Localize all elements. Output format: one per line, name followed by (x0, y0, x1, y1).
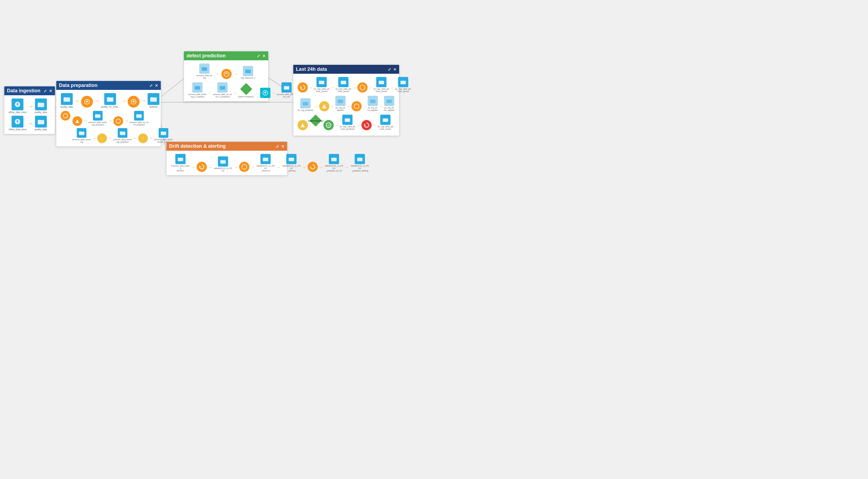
l24-n14[interactable]: str_regr_data_ptsconfr_predicted (340, 115, 355, 130)
svg-point-32 (360, 85, 365, 90)
defect-flow-2: process_data_str/strreg_cl_repared → pro… (188, 82, 264, 98)
prep-flow-2b: process_data_str/strreg → ⚡ → process_da… (72, 128, 156, 143)
close-icon-defect[interactable]: ✕ (262, 54, 266, 58)
def-n2[interactable] (221, 69, 231, 79)
svg-rect-31 (341, 81, 346, 84)
dr-n2[interactable] (196, 162, 207, 172)
def-n4[interactable]: process_data_str/strreg_cl_repared (188, 82, 207, 98)
data-preparation-window: Data preparation ⤢ ✕ quality_data → → (56, 81, 161, 147)
svg-rect-35 (303, 102, 308, 105)
svg-rect-46 (220, 160, 226, 164)
expand-icon[interactable]: ⤢ (43, 89, 47, 93)
def-n3[interactable]: reg_inference_1 (241, 66, 255, 79)
svg-rect-48 (263, 158, 268, 161)
dr-n4[interactable] (239, 162, 249, 172)
p12[interactable]: ⚡ (97, 134, 107, 143)
last-24h-header: Last 24h data ⤢ ✕ (293, 65, 399, 74)
svg-rect-6 (38, 103, 44, 107)
dr-n3[interactable]: NAMEDCOL_in_PROC (213, 156, 233, 172)
window-controls-defect: ⤢ ✕ (257, 54, 266, 58)
arrow-2: → (28, 120, 34, 127)
l24-n9[interactable]: str_reg_strapplied (335, 96, 345, 111)
svg-rect-29 (284, 86, 289, 90)
prep-node-3[interactable]: quality_TA_Pred... (101, 93, 120, 108)
svg-text:⚡: ⚡ (100, 136, 105, 141)
node-ingest-1[interactable]: inflow_data_store (9, 99, 27, 113)
expand-icon-24h[interactable]: ⤢ (388, 67, 391, 72)
p7[interactable] (72, 116, 82, 126)
p11[interactable]: process_data_str/strreg (72, 128, 91, 143)
expand-icon-defect[interactable]: ⤢ (257, 54, 260, 58)
l24-n12[interactable]: str_reg_strTos_applied (384, 96, 395, 111)
def-n1[interactable]: process_data_strreg (197, 64, 213, 79)
drift-detection-body: Process_data_trainedEMTRC → → NAMEDCOL_i… (166, 151, 287, 175)
p8[interactable]: process_data_str/strreg_prepared (89, 111, 107, 126)
dr-n9[interactable]: NAMEDCOL_in_PROC_prepared_alerting (350, 154, 370, 172)
drift-flow-1: Process_data_trainedEMTRC → → NAMEDCOL_i… (171, 154, 283, 172)
l24-n2[interactable]: str_regr_data_ptsTrain_Queue (314, 77, 330, 93)
svg-rect-18 (79, 132, 84, 135)
l24-n6[interactable]: str_regr_data_ptsTrain_Queue (395, 77, 411, 93)
l24-n10[interactable] (351, 101, 362, 111)
dr-n5[interactable]: NAMEDCOL_in_PROC_reference (256, 154, 275, 172)
close-icon-drift[interactable]: ✕ (281, 144, 284, 148)
svg-point-16 (116, 119, 120, 123)
node-ingest-3[interactable]: inflow_data_store (9, 116, 27, 131)
arr: → (121, 97, 127, 104)
node-ingest-4[interactable]: quality_data (35, 116, 47, 131)
l24-n1[interactable] (298, 82, 308, 93)
prep-node-6[interactable] (61, 111, 70, 121)
def-n6[interactable]: Defect Prediction (238, 83, 254, 98)
svg-rect-26 (195, 86, 200, 90)
arr: → (133, 136, 137, 140)
prep-node-2[interactable] (81, 96, 93, 108)
data-ingestion-title: Data ingestion (7, 88, 40, 94)
expand-icon-prep[interactable]: ⤢ (150, 83, 153, 88)
node-ingest-2[interactable]: quality_data (35, 99, 47, 113)
svg-point-14 (63, 113, 68, 118)
dr-n1[interactable]: Process_data_trainedEMTRC (171, 154, 190, 172)
close-icon[interactable]: ✕ (49, 89, 52, 93)
close-icon-prep[interactable]: ✕ (155, 83, 158, 88)
close-icon-24h[interactable]: ✕ (393, 67, 397, 72)
l24-n16[interactable]: str_regr_data_ptsconfr_retrain (378, 115, 394, 130)
p15[interactable]: process_data_str/strSeed1_ready (154, 128, 173, 143)
l24-n13[interactable] (323, 120, 334, 130)
svg-rect-40 (386, 100, 392, 103)
prep-node-4[interactable] (128, 96, 140, 108)
expand-icon-drift[interactable]: ⤢ (276, 144, 279, 148)
defect-prediction-window: defect prediction ⤢ ✕ process_data_strre… (184, 51, 269, 101)
def-n5[interactable]: process_data_str_strTA_cl_prepared (213, 82, 232, 98)
l24-n7[interactable]: str_reg_prepared (298, 98, 313, 111)
l24-n3[interactable]: str_regr_data_ptsTrain_Queue (336, 77, 351, 93)
svg-rect-50 (331, 158, 337, 161)
l24-flow-3: Defect Prediction → str_regr_data_ptscon… (298, 115, 395, 130)
prep-node-5[interactable]: features (148, 93, 159, 108)
l24-n4[interactable] (358, 82, 368, 93)
p9[interactable] (113, 116, 123, 126)
svg-rect-34 (400, 81, 406, 84)
l24-n11[interactable]: str_reg_strrra_applied (368, 96, 378, 111)
p14[interactable]: ⚡ (138, 134, 148, 143)
svg-rect-27 (220, 86, 225, 90)
svg-rect-8 (38, 120, 44, 124)
l24-n5[interactable]: str_regr_data_ptsTrain_Queue (374, 77, 390, 93)
l24-n8[interactable] (319, 101, 329, 111)
dr-n6[interactable]: NAMEDCOL_in_PROC_alerting (282, 154, 301, 172)
svg-rect-9 (64, 97, 70, 102)
def-n7[interactable] (260, 88, 270, 98)
l24-flow-2: str_reg_prepared → → str_reg_strapplied … (298, 96, 395, 111)
prep-flow-1: quality_data → → quality_TA_Pred... → (61, 93, 156, 108)
dr-n8[interactable]: NAMEDCOL_in_PROC_prepared_ref_str (324, 154, 344, 172)
svg-rect-22 (161, 132, 166, 135)
arr: → (141, 97, 147, 104)
prep-node-1[interactable]: quality_data (61, 93, 73, 108)
l24-n15[interactable] (362, 120, 372, 130)
svg-rect-49 (289, 158, 294, 161)
defect-prediction-body: process_data_strreg → → reg_inference_1 (184, 60, 268, 101)
arr: → (108, 118, 112, 123)
p10[interactable]: process_data_str_strTA_prepared (129, 111, 148, 126)
p13[interactable]: process_data_str/strreg_prepared (113, 128, 132, 143)
data-preparation-title: Data preparation (59, 82, 97, 88)
dr-n7[interactable] (308, 162, 318, 172)
